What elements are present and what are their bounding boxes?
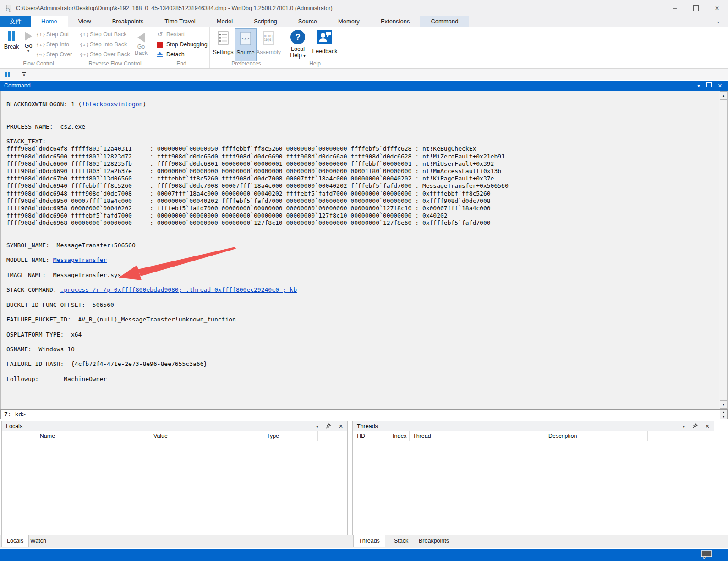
go-dropdown-icon[interactable]: ▾	[27, 49, 30, 52]
threads-panel: Threads ▾ ✕ TID Index Thread Description	[352, 421, 714, 535]
go-back-icon	[137, 33, 145, 43]
locals-dropdown-icon[interactable]: ▾	[316, 424, 318, 429]
threads-col-thread[interactable]: Thread	[410, 431, 545, 441]
step-over-back-button[interactable]: {↷}Step Over Back	[80, 49, 130, 60]
settings-button[interactable]: Settings	[212, 28, 234, 61]
threads-dropdown-icon[interactable]: ▾	[683, 424, 685, 429]
command-close-icon: ✕	[718, 83, 722, 88]
close-button[interactable]: ✕	[706, 0, 728, 16]
threads-close-icon[interactable]: ✕	[705, 423, 710, 430]
restart-button[interactable]: ↺Restart	[157, 29, 208, 39]
assembly-button[interactable]: 0110|10|0| Assembly	[257, 28, 279, 61]
menu-tab-model[interactable]: Model	[206, 16, 243, 27]
threads-panel-header[interactable]: Threads ▾ ✕	[353, 421, 714, 431]
step-over-back-label: Step Over Back	[90, 51, 130, 58]
group-label-reverse-flow: Reverse Flow Control	[77, 60, 153, 67]
scroll-up-button[interactable]: ▲	[720, 91, 727, 100]
menu-tab-command[interactable]: Command	[420, 16, 469, 27]
threads-pin-icon[interactable]	[692, 422, 698, 430]
stop-debugging-button[interactable]: Stop Debugging	[157, 39, 208, 49]
feedback-button[interactable]: Feedback	[312, 29, 338, 54]
step-over-icon: {↷}	[36, 52, 46, 58]
locals-col-value[interactable]: Value	[93, 431, 228, 441]
local-help-button[interactable]: ? Local Help ▾	[288, 29, 308, 59]
command-maximize-icon	[706, 82, 712, 87]
command-scrollbar[interactable]: ▲ ▼	[719, 91, 727, 409]
menu-tab-file[interactable]: 文件	[0, 16, 31, 27]
break-button[interactable]: Break	[3, 29, 20, 50]
locals-close-icon[interactable]: ✕	[339, 423, 343, 430]
locals-col-type[interactable]: Type	[228, 431, 318, 441]
input-history-spinner[interactable]: ▲▼	[720, 410, 727, 419]
threads-col-index[interactable]: Index	[389, 431, 410, 441]
menu-tab-home[interactable]: Home	[31, 16, 68, 27]
group-label-preferences: Preferences	[210, 60, 283, 67]
step-into-back-button[interactable]: {↧}Step Into Back	[80, 39, 130, 49]
menu-tab-breakpoints[interactable]: Breakpoints	[102, 16, 154, 27]
command-close-button[interactable]: ✕	[718, 81, 722, 91]
go-back-button[interactable]: Go Back	[131, 29, 151, 56]
mini-pause-icon[interactable]	[5, 72, 10, 77]
command-input[interactable]	[33, 410, 720, 419]
command-link[interactable]: !blackboxwinlogon	[82, 101, 142, 108]
tab-threads[interactable]: Threads	[353, 535, 385, 547]
maximize-icon	[693, 5, 699, 11]
command-line: ffff908d`d0dc67b0 fffff803`13d06560 : ff…	[6, 175, 718, 182]
locals-body[interactable]	[2, 441, 347, 535]
settings-label: Settings	[213, 49, 233, 55]
command-line	[6, 323, 718, 331]
toolbar-overflow-button[interactable]: ▾	[22, 72, 26, 77]
break-pause-icon	[8, 31, 15, 42]
step-over-button[interactable]: {↷}Step Over	[36, 49, 72, 60]
threads-title: Threads	[357, 423, 378, 430]
menu-tab-time-travel[interactable]: Time Travel	[154, 16, 206, 27]
command-link[interactable]: MessageTransfer	[53, 256, 107, 263]
window-title: C:\Users\Administrator\Desktop\Dump\k-19…	[16, 5, 333, 11]
assembly-label: Assembly	[256, 49, 281, 55]
command-link[interactable]: .process /r /p 0xffff800ebdad9080; .thre…	[60, 286, 297, 293]
group-reverse-flow-control: {↥}Step Out Back {↧}Step Into Back {↷}St…	[77, 27, 153, 68]
command-title-bar[interactable]: Command ▾ ✕	[0, 81, 728, 91]
command-line: IMAGE_NAME: MessageTransfer.sys	[6, 272, 718, 279]
local-help-dropdown-icon: ▾	[303, 54, 306, 58]
step-into-back-icon: {↧}	[80, 42, 90, 48]
ribbon-collapse-button[interactable]: ⌄	[709, 16, 728, 27]
command-dropdown-button[interactable]: ▾	[697, 81, 700, 91]
menu-tab-extensions[interactable]: Extensions	[370, 16, 421, 27]
tab-breakpoints[interactable]: Breakpoints	[414, 535, 454, 547]
restart-icon: ↺	[157, 31, 166, 38]
detach-label: Detach	[166, 51, 185, 58]
tab-stack[interactable]: Stack	[389, 535, 413, 547]
threads-col-tid[interactable]: TID	[353, 431, 389, 441]
command-window: Command ▾ ✕ BLACKBOXWINLOGON: 1 (!blackb…	[0, 81, 728, 419]
step-into-button[interactable]: {↧}Step Into	[36, 39, 72, 49]
step-out-button[interactable]: {↥}Step Out	[36, 29, 72, 39]
command-maximize-button[interactable]	[706, 81, 712, 91]
command-line	[6, 227, 718, 234]
command-output-area[interactable]: BLACKBOXWINLOGON: 1 (!blackboxwinlogon) …	[0, 91, 728, 409]
menu-tab-scripting[interactable]: Scripting	[243, 16, 288, 27]
source-button[interactable]: </> Source	[235, 28, 257, 61]
detach-eject-icon	[157, 52, 166, 57]
menu-tab-view[interactable]: View	[68, 16, 102, 27]
command-line: ffff908d`d0dc6948 ffff908d`d0dc7008 : 00…	[6, 190, 718, 197]
threads-body[interactable]	[353, 441, 714, 535]
step-out-back-button[interactable]: {↥}Step Out Back	[80, 29, 130, 39]
go-button[interactable]: Go ▾	[22, 29, 35, 52]
command-line: ffff908d`d0dc6690 fffff803`12a2b37e : 00…	[6, 168, 718, 175]
tab-watch[interactable]: Watch	[25, 535, 51, 547]
locals-pin-icon[interactable]	[326, 422, 331, 430]
menu-tab-source[interactable]: Source	[288, 16, 328, 27]
locals-col-name[interactable]: Name	[2, 431, 93, 441]
maximize-button[interactable]	[685, 0, 706, 16]
menu-tab-memory[interactable]: Memory	[328, 16, 370, 27]
step-into-icon: {↧}	[36, 42, 46, 48]
feedback-bubble-icon[interactable]	[701, 550, 713, 561]
stop-icon	[157, 42, 166, 48]
go-back-label-1: Go	[137, 44, 145, 50]
minimize-button[interactable]: ─	[664, 0, 685, 16]
locals-panel-header[interactable]: Locals ▾ ✕	[2, 421, 347, 431]
threads-col-description[interactable]: Description	[545, 431, 648, 441]
detach-button[interactable]: Detach	[157, 49, 208, 60]
scroll-down-button[interactable]: ▼	[720, 400, 727, 409]
